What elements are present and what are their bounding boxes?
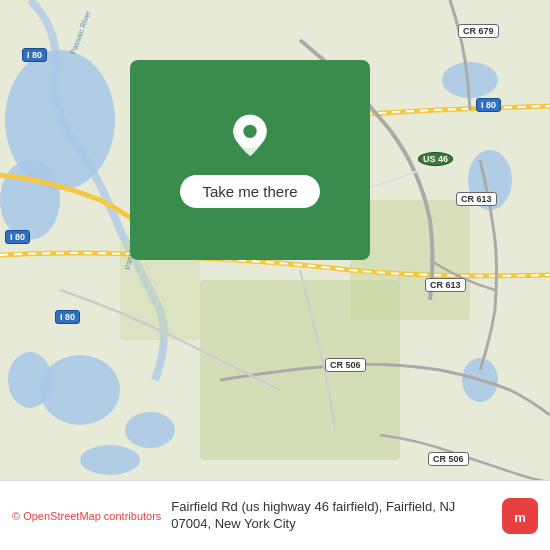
cr506b-badge: CR 506 [428,452,469,466]
svg-point-2 [0,160,60,240]
moovit-icon: m [502,498,538,534]
osm-attribution: © OpenStreetMap contributors [12,510,161,522]
svg-point-3 [40,355,120,425]
i80-badge-top-left: I 80 [22,48,47,62]
us46-badge: US 46 [418,152,453,166]
svg-point-8 [125,412,175,448]
svg-point-17 [243,124,256,137]
i80-badge-mid-left: I 80 [5,230,30,244]
svg-point-4 [8,352,52,408]
popup-overlay: Take me there [130,60,370,260]
i80-badge-right: I 80 [476,98,501,112]
moovit-logo: m [502,498,538,534]
location-pin-icon [225,113,275,163]
cr679-badge: CR 679 [458,24,499,38]
svg-text:m: m [514,510,526,525]
i80-badge-bottom-left: I 80 [55,310,80,324]
take-me-there-button[interactable]: Take me there [180,175,319,208]
bottom-bar: © OpenStreetMap contributors Fairfield R… [0,480,550,550]
address-text: Fairfield Rd (us highway 46 fairfield), … [171,499,492,533]
cr506-badge: CR 506 [325,358,366,372]
map-container: Passaic River Passaic River Passaic Rive… [0,0,550,480]
cr613-bot-badge: CR 613 [425,278,466,292]
cr613-top-badge: CR 613 [456,192,497,206]
svg-point-9 [80,445,140,475]
